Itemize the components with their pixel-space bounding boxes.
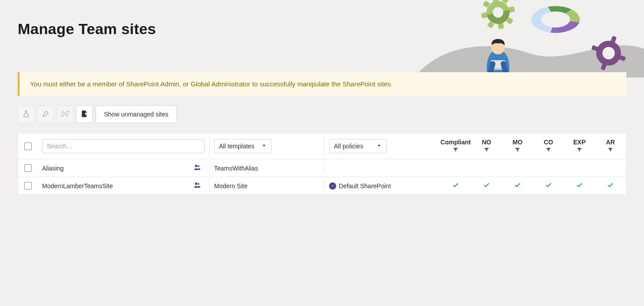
policy-name: Default SharePoint xyxy=(339,182,391,190)
site-name: ModernLamberTeamsSite xyxy=(42,182,113,190)
col-ar-label: AR xyxy=(606,139,615,146)
flask-icon xyxy=(22,110,30,119)
toolbar-button-export[interactable] xyxy=(76,105,93,123)
col-exp[interactable]: EXP xyxy=(564,139,595,154)
col-co-label: CO xyxy=(544,139,553,146)
chevron-down-icon xyxy=(376,143,382,150)
status-no xyxy=(471,182,502,190)
toolbar-button-2[interactable] xyxy=(37,105,54,123)
status-ar xyxy=(595,182,626,190)
template-dropdown[interactable]: All templates xyxy=(214,139,272,153)
toolbar-button-1[interactable] xyxy=(18,105,34,123)
col-ar[interactable]: AR xyxy=(595,139,626,154)
table-row[interactable]: Aliasing TeamsWithAlias xyxy=(18,159,626,177)
col-compliant-label: Compliant xyxy=(441,139,471,146)
permission-alert-text: You must either be a member of SharePoin… xyxy=(30,80,393,88)
unlink-icon xyxy=(61,110,69,119)
col-co[interactable]: CO xyxy=(533,139,564,154)
check-icon xyxy=(483,182,490,190)
row-checkbox[interactable] xyxy=(24,182,32,190)
show-unmanaged-button[interactable]: Show unmanaged sites xyxy=(96,105,177,123)
col-mo[interactable]: MO xyxy=(502,139,533,154)
clock-icon xyxy=(329,182,336,190)
filter-icon xyxy=(607,147,613,154)
page-title: Manage Team sites xyxy=(18,20,626,38)
policy-selected: All policies xyxy=(334,143,363,150)
col-exp-label: EXP xyxy=(573,139,586,146)
permission-alert: You must either be a member of SharePoin… xyxy=(18,72,626,96)
status-exp xyxy=(564,182,595,190)
filter-icon xyxy=(514,147,521,154)
check-icon xyxy=(607,182,614,190)
people-icon xyxy=(193,182,201,190)
check-icon xyxy=(452,182,459,190)
chevron-down-icon xyxy=(261,143,267,150)
filter-icon xyxy=(545,147,552,154)
check-icon xyxy=(514,182,521,190)
toolbar: Show unmanaged sites xyxy=(18,105,626,123)
col-compliant[interactable]: Compliant xyxy=(440,139,471,154)
col-no[interactable]: NO xyxy=(471,139,502,154)
sites-table: All templates All policies xyxy=(18,133,626,195)
filter-icon xyxy=(483,147,490,154)
template-name: TeamsWithAlias xyxy=(214,165,258,172)
site-name: Aliasing xyxy=(42,165,64,172)
select-all-checkbox[interactable] xyxy=(24,143,32,150)
status-compliant xyxy=(440,182,471,190)
show-unmanaged-label: Show unmanaged sites xyxy=(104,111,169,118)
col-mo-label: MO xyxy=(513,139,523,146)
status-mo xyxy=(502,182,533,190)
export-icon xyxy=(80,110,88,119)
check-icon xyxy=(545,182,552,190)
status-co xyxy=(533,182,564,190)
template-selected: All templates xyxy=(219,143,254,150)
col-no-label: NO xyxy=(482,139,491,146)
table-row[interactable]: ModernLamberTeamsSite Modern Site Defaul… xyxy=(18,177,626,194)
toolbar-button-3[interactable] xyxy=(57,105,73,123)
filter-icon xyxy=(576,147,583,154)
table-header: All templates All policies xyxy=(18,133,626,159)
check-icon xyxy=(576,182,583,190)
people-icon xyxy=(193,164,201,172)
row-checkbox[interactable] xyxy=(24,164,32,172)
filter-icon xyxy=(452,147,459,154)
search-input[interactable] xyxy=(42,139,205,153)
brush-icon xyxy=(42,110,50,119)
template-name: Modern Site xyxy=(214,182,247,190)
policy-dropdown[interactable]: All policies xyxy=(329,139,387,153)
